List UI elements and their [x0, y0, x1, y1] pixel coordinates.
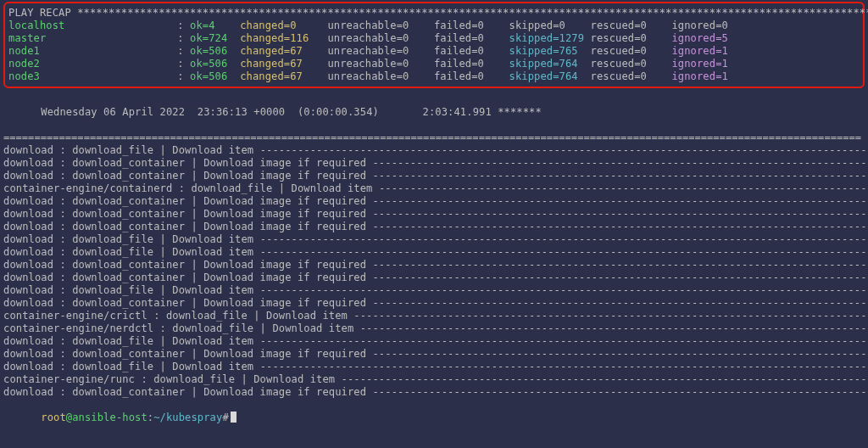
prompt-path: ~/kubespray	[153, 412, 222, 423]
log-line: container-engine/nerdctl : download_file…	[3, 322, 865, 335]
shell-prompt[interactable]: root@ansible-host:~/kubespray#	[3, 399, 865, 437]
divider: ========================================…	[3, 132, 865, 144]
prompt-host: ansible-host	[72, 412, 147, 423]
log-line: download : download_file | Download item…	[3, 144, 865, 157]
log-line: download : download_container | Download…	[3, 208, 865, 221]
log-line: container-engine/runc : download_file | …	[3, 373, 865, 386]
recap-row-node2: node2 : ok=506 changed=67 unreachable=0 …	[8, 58, 860, 70]
prompt-symbol: #	[222, 412, 228, 423]
log-line: download : download_container | Download…	[3, 297, 865, 310]
recap-row-localhost: localhost : ok=4 changed=0 unreachable=0…	[8, 20, 860, 32]
log-line: download : download_file | Download item…	[3, 233, 865, 246]
recap-row-node1: node1 : ok=506 changed=67 unreachable=0 …	[8, 45, 860, 58]
task-timing-list: download : download_file | Download item…	[3, 144, 865, 399]
log-line: download : download_container | Download…	[3, 157, 865, 170]
log-line: container-engine/crictl : download_file …	[3, 310, 865, 322]
timing-line: Wednesday 06 April 2022 23:36:13 +0000 (…	[3, 93, 865, 132]
log-line: download : download_file | Download item…	[3, 246, 865, 259]
log-line: download : download_file | Download item…	[3, 361, 865, 373]
recap-row-node3: node3 : ok=506 changed=67 unreachable=0 …	[8, 70, 860, 83]
cursor-icon	[231, 412, 236, 423]
play-recap-header: PLAY RECAP *****************************…	[8, 7, 860, 20]
log-line: container-engine/containerd : download_f…	[3, 182, 865, 195]
log-line: download : download_container | Download…	[3, 170, 865, 182]
log-line: download : download_container | Download…	[3, 272, 865, 284]
log-line: download : download_file | Download item…	[3, 335, 865, 348]
play-recap-box: PLAY RECAP *****************************…	[3, 2, 865, 88]
log-line: download : download_container | Download…	[3, 348, 865, 361]
log-line: download : download_container | Download…	[3, 386, 865, 399]
log-line: download : download_container | Download…	[3, 259, 865, 272]
log-line: download : download_container | Download…	[3, 221, 865, 233]
log-line: download : download_file | Download item…	[3, 284, 865, 297]
play-recap-title: PLAY RECAP	[8, 7, 71, 19]
recap-row-master: master : ok=724 changed=116 unreachable=…	[8, 32, 860, 45]
log-line: download : download_container | Download…	[3, 195, 865, 208]
prompt-user: root	[41, 412, 66, 423]
